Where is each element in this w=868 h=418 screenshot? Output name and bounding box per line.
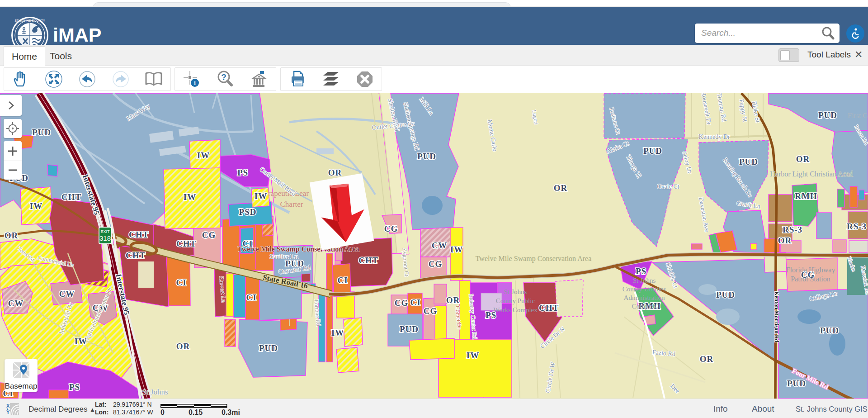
svg-text:OR: OR <box>328 168 342 177</box>
svg-text:IW: IW <box>255 191 267 201</box>
svg-text:OR: OR <box>796 154 810 164</box>
svg-text:CI: CI <box>246 293 256 302</box>
svg-text:Charter: Charter <box>280 200 303 209</box>
svg-text:CW: CW <box>8 299 24 308</box>
svg-text:IW: IW <box>467 351 479 360</box>
svg-text:Ocale Ct: Ocale Ct <box>657 183 679 190</box>
svg-text:OR: OR <box>446 295 460 305</box>
svg-text:CG: CG <box>395 298 409 308</box>
svg-text:CHT: CHT <box>61 192 81 202</box>
svg-text:CG: CG <box>384 224 398 233</box>
svg-text:St Johns: St Johns <box>633 277 656 284</box>
svg-text:PS: PS <box>237 168 248 177</box>
svg-text:PS: PS <box>636 266 646 276</box>
svg-text:PUD: PUD <box>417 152 436 161</box>
svg-text:0: 0 <box>160 408 165 416</box>
svg-text:318: 318 <box>99 234 111 242</box>
svg-text:County Public: County Public <box>496 297 535 304</box>
svg-text:CHT: CHT <box>176 239 196 248</box>
svg-text:County Utilities: County Utilities <box>623 285 666 293</box>
svg-text:OR: OR <box>778 236 792 245</box>
svg-text:St Johns: St Johns <box>142 388 168 396</box>
svg-text:Harbor Light Christian Acad: Harbor Light Christian Acad <box>770 170 853 178</box>
svg-text:CW: CW <box>59 289 75 299</box>
svg-text:CG: CG <box>429 259 443 269</box>
svg-text:CI: CI <box>176 278 186 287</box>
svg-text:IW: IW <box>197 151 210 160</box>
svg-text:CHT: CHT <box>359 256 378 265</box>
svg-text:CW: CW <box>432 241 448 250</box>
svg-text:RS-3: RS-3 <box>783 225 802 234</box>
svg-text:PUD: PUD <box>400 324 419 334</box>
svg-text:Twelve Mile Swamp Conservation: Twelve Mile Swamp Conservation Area <box>476 255 592 263</box>
svg-text:Saulter Ln: Saulter Ln <box>270 253 298 260</box>
svg-text:i: i <box>194 80 196 86</box>
svg-text:PS: PS <box>69 382 80 392</box>
svg-text:Administration: Administration <box>624 294 665 301</box>
svg-text:CHT: CHT <box>126 251 146 260</box>
svg-text:Kennedy Dr: Kennedy Dr <box>699 133 730 140</box>
svg-text:PSD: PSD <box>239 207 257 217</box>
svg-text:Works Complex: Works Complex <box>493 306 538 314</box>
svg-text:?: ? <box>222 72 227 82</box>
svg-text:PUD: PUD <box>820 326 839 335</box>
svg-text:CHT: CHT <box>129 230 149 239</box>
svg-text:CI: CI <box>242 239 253 248</box>
svg-text:PUD: PUD <box>739 157 758 166</box>
svg-text:IW: IW <box>331 328 344 337</box>
svg-text:PUD: PUD <box>818 110 837 120</box>
svg-text:EXIT: EXIT <box>100 229 110 234</box>
svg-text:Florida Highway: Florida Highway <box>786 266 835 274</box>
svg-text:Complex: Complex <box>632 303 657 310</box>
svg-text:RS-3: RS-3 <box>847 222 867 231</box>
svg-text:OR: OR <box>176 342 190 351</box>
svg-text:CG: CG <box>424 306 438 316</box>
svg-text:PUD: PUD <box>643 146 662 156</box>
svg-text:0.3mi: 0.3mi <box>222 408 240 416</box>
svg-text:PUD: PUD <box>259 343 278 353</box>
svg-text:OR: OR <box>5 231 19 240</box>
svg-text:OR: OR <box>700 354 714 364</box>
svg-text:0.15: 0.15 <box>189 408 203 416</box>
svg-text:Kenton Morrison Rd: Kenton Morrison Rd <box>774 291 780 342</box>
svg-text:OR: OR <box>554 183 568 193</box>
svg-text:Patrol Station: Patrol Station <box>791 275 830 283</box>
svg-text:CG: CG <box>202 230 216 240</box>
svg-text:IW: IW <box>184 192 196 202</box>
svg-text:CI: CI <box>410 298 420 307</box>
svg-text:PUD: PUD <box>32 128 51 137</box>
svg-text:X: X <box>6 403 10 408</box>
svg-text:IW: IW <box>30 201 42 211</box>
svg-text:ST. JOHNS COUNTY: ST. JOHNS COUNTY <box>14 19 45 22</box>
svg-text:IW: IW <box>450 245 463 254</box>
svg-text:PUD: PUD <box>787 379 806 388</box>
svg-text:CHT: CHT <box>539 303 559 313</box>
svg-text:PUD: PUD <box>716 290 735 299</box>
svg-text:CI: CI <box>337 276 348 285</box>
svg-text:Y: Y <box>6 409 10 415</box>
svg-text:St Johns: St Johns <box>504 288 527 295</box>
svg-text:RMH: RMH <box>795 191 817 201</box>
svg-text:First Co: First Co <box>848 112 868 119</box>
